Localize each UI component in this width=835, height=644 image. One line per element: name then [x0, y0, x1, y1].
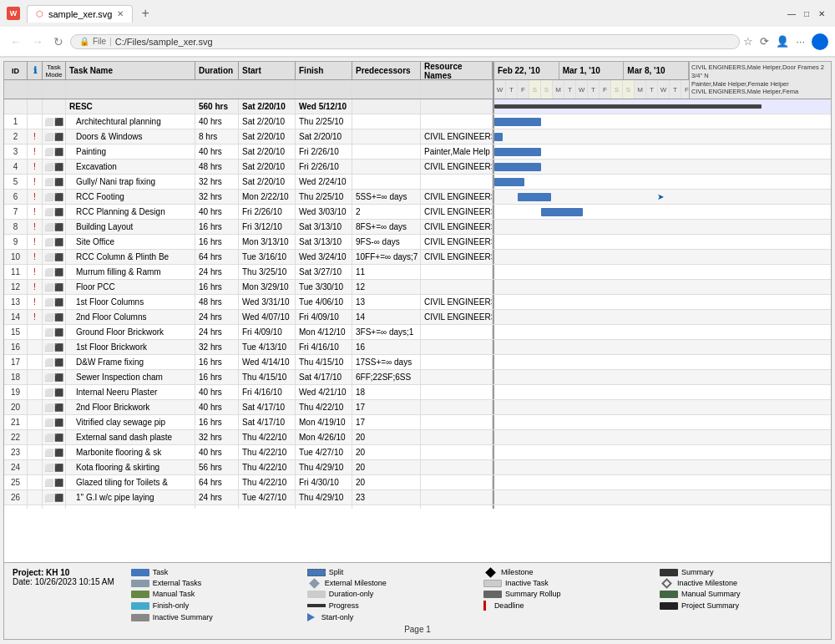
legend-manual-task: Manual Task [131, 590, 294, 598]
legend-external-tasks: External Tasks [131, 579, 294, 587]
gantt-bar [494, 148, 541, 156]
chart-cell [494, 160, 831, 174]
table-row: 15 ⬜⬛ Ground Floor Brickwork 24 hrs Fri … [4, 325, 831, 340]
legend-deadline: Deadline [483, 601, 646, 611]
new-tab-button[interactable]: + [136, 6, 154, 21]
table-row: 19 ⬜⬛ Internal Neeru Plaster 40 hrs Fri … [4, 385, 831, 400]
chart-cell [494, 400, 831, 414]
chart-arrow: ➤ [657, 192, 664, 201]
table-row: 8 ! ⬜⬛ Building Layout 16 hrs Fri 3/12/1… [4, 220, 831, 235]
table-row: 25 ⬜⬛ Glazed tiling for Toilets & 64 hrs… [4, 475, 831, 490]
address-text: C:/Files/sample_xer.svg [115, 37, 731, 47]
resource-header: CIVIL ENGINEERS,Male Helper,Door Frames … [689, 62, 831, 99]
gantt-bar [518, 193, 551, 201]
col-pred-header: Predecessors [352, 62, 421, 79]
legend-inactive-task: Inactive Task [483, 579, 646, 587]
chart-cell [494, 114, 831, 129]
chart-cell [494, 415, 831, 429]
chart-cell [494, 145, 831, 159]
table-row: 18 ⬜⬛ Sewer Inspection cham 16 hrs Thu 4… [4, 370, 831, 385]
week-label-1: Feb 22, '10 [494, 62, 559, 79]
table-row: 23 ⬜⬛ Marbonite flooring & sk 40 hrs Thu… [4, 445, 831, 460]
close-button[interactable]: ✕ [815, 7, 828, 20]
col-info-header: ℹ [28, 62, 43, 79]
gantt-bar [494, 178, 524, 186]
footer: Project: KH 10 Date: 10/26/2023 10:15 AM… [4, 562, 831, 639]
table-row: 13 ! ⬜⬛ 1st Floor Columns 48 hrs Wed 3/3… [4, 295, 831, 310]
col-mode-header: TaskMode [43, 62, 66, 79]
legend-duration-only: Duration-only [307, 590, 470, 598]
week-label-2: Mar 1, '10 [559, 62, 625, 79]
legend-inactive-milestone: Inactive Milestone [660, 579, 822, 587]
refresh-button[interactable]: ↻ [50, 33, 67, 50]
legend-summary-rollup: Summary Rollup [483, 590, 646, 598]
table-row: 16 ⬜⬛ 1st Floor Brickwork 32 hrs Tue 4/1… [4, 340, 831, 355]
chart-cell [494, 205, 831, 219]
chart-cell [494, 310, 831, 324]
chart-header: Feb 22, '10 Mar 1, '10 Mar 8, '10 W T F … [494, 62, 689, 99]
project-name: Project: KH 10 [13, 568, 114, 577]
table-row: RESC 560 hrs Sat 2/20/10 Wed 5/12/10 [4, 99, 831, 114]
legend-finish-only: Finish-only [131, 601, 294, 611]
table-row: 26 ⬜⬛ 1" G.I w/c pipe laying 24 hrs Tue … [4, 490, 831, 505]
week-label-3: Mar 8, '10 [624, 62, 689, 79]
chart-cell [494, 430, 831, 444]
chart-cell [494, 280, 831, 294]
legend-external-milestone: External Milestone [307, 579, 470, 587]
legend-summary: Summary [660, 568, 822, 576]
menu-icon[interactable]: ··· [796, 35, 805, 48]
chart-cell [494, 370, 831, 384]
main-content: ID ℹ TaskMode Task Name Duration Start F… [3, 61, 832, 640]
title-bar: W ⬡ sample_xer.svg ✕ + — □ ✕ [0, 0, 835, 27]
table-row: 11 ! ⬜⬛ Murrum filling & Ramm 24 hrs Thu… [4, 265, 831, 280]
legend-inactive-summary: Inactive Summary [131, 613, 294, 621]
chart-cell [494, 129, 831, 144]
gantt-table-container: ID ℹ TaskMode Task Name Duration Start F… [4, 62, 831, 562]
maximize-button[interactable]: □ [800, 7, 813, 20]
app-icon: W [7, 7, 20, 20]
table-row: 7 ! ⬜⬛ RCC Planning & Design 40 hrs Fri … [4, 205, 831, 220]
table-row: 6 ! ⬜⬛ RCC Footing 32 hrs Mon 2/22/10 Th… [4, 190, 831, 205]
legend-grid: Task Split Milestone Summary External Ta… [131, 568, 822, 621]
bookmark-icon[interactable]: ☆ [743, 35, 753, 48]
table-row: 3 ! ⬜⬛ Painting 40 hrs Sat 2/20/10 Fri 2… [4, 145, 831, 160]
forward-button[interactable]: → [28, 33, 47, 50]
table-row: 5 ! ⬜⬛ Gully/ Nani trap fixing 32 hrs Sa… [4, 175, 831, 190]
gantt-bar [541, 208, 583, 216]
chart-cell [494, 445, 831, 459]
profile-icon[interactable]: 👤 [776, 35, 789, 48]
browser-chrome: W ⬡ sample_xer.svg ✕ + — □ ✕ ← → ↻ 🔒 Fil… [0, 0, 835, 58]
col-resource-header: Resource Names [421, 62, 493, 79]
nav-icons: ☆ ⟳ 👤 ··· [743, 33, 828, 50]
chart-cell [494, 235, 831, 249]
table-row: 22 ⬜⬛ External sand dash plaste 32 hrs T… [4, 430, 831, 445]
table-body: RESC 560 hrs Sat 2/20/10 Wed 5/12/10 1 ⬜… [4, 99, 831, 509]
page-number: Page 1 [13, 625, 822, 634]
chart-cell [494, 490, 831, 505]
col-finish-header: Finish [296, 62, 352, 79]
table-row: 20 ⬜⬛ 2nd Floor Brickwork 40 hrs Sat 4/1… [4, 400, 831, 415]
legend-project-summary: Project Summary [660, 601, 822, 611]
tab-close-button[interactable]: ✕ [117, 9, 124, 18]
legend-start-only: Start-only [307, 613, 470, 621]
browser-tab[interactable]: ⬡ sample_xer.svg ✕ [27, 5, 133, 23]
legend-task: Task [131, 568, 294, 576]
refresh-icon[interactable]: ⟳ [760, 35, 769, 48]
chart-cell [494, 340, 831, 354]
chart-cell [494, 175, 831, 189]
col-start-header: Start [239, 62, 296, 79]
col-id-header: ID [4, 62, 28, 79]
table-row: 1 ⬜⬛ Architechtural planning 40 hrs Sat … [4, 114, 831, 129]
legend-progress: Progress [307, 601, 470, 611]
chart-cell [494, 385, 831, 399]
back-button[interactable]: ← [7, 33, 25, 50]
table-row: 24 ⬜⬛ Kota flooring & skirting 56 hrs Th… [4, 460, 831, 475]
minimize-button[interactable]: — [785, 7, 798, 20]
address-bar[interactable]: 🔒 File | C:/Files/sample_xer.svg [70, 34, 740, 49]
nav-bar: ← → ↻ 🔒 File | C:/Files/sample_xer.svg ☆… [0, 27, 835, 57]
col-duration-header: Duration [195, 62, 239, 79]
gantt-bar [494, 133, 503, 141]
chart-cell [494, 250, 831, 264]
fixed-header: ID ℹ TaskMode Task Name Duration Start F… [4, 62, 494, 99]
table-row: 4 ! ⬜⬛ Excavation 48 hrs Sat 2/20/10 Fri… [4, 160, 831, 175]
